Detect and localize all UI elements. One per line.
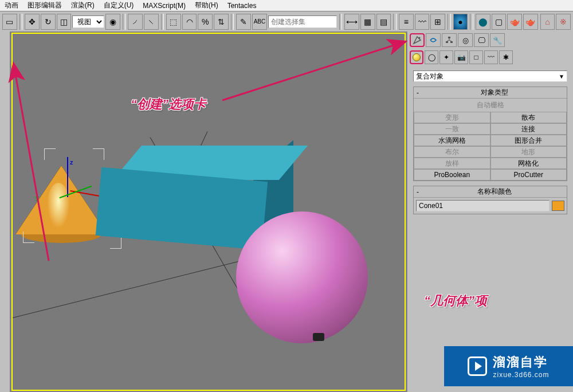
type-connect[interactable]: 连接 <box>490 123 567 135</box>
left-dock-strip <box>0 32 10 392</box>
annotation-geometry-item: “几何体”项 <box>424 292 487 309</box>
collapse-icon-2: - <box>414 188 422 196</box>
menu-bar: 动画 图形编辑器 渲染(R) 自定义(U) MAXScript(M) 帮助(H)… <box>0 0 573 11</box>
watermark-url: zixue.3d66.com <box>493 371 549 379</box>
type-boolean[interactable]: 布尔 <box>414 146 490 158</box>
annotation-create-tab: “创建”选项卡 <box>131 96 206 113</box>
axis-z-label: z <box>70 159 73 166</box>
helpers-category[interactable]: □ <box>469 50 483 64</box>
dropdown-arrow-icon: ▼ <box>559 73 564 80</box>
menu-item-maxscript[interactable]: MAXScript(M) <box>143 2 186 10</box>
render-last-icon[interactable]: 🫖 <box>523 14 538 30</box>
menu-item-tentacles[interactable]: Tentacles <box>227 2 257 10</box>
menu-item-customize[interactable]: 自定义(U) <box>104 1 134 10</box>
command-panel: ◎ 🖵 🔧 ◯ ✦ 📷 □ 〰 ✱ 复合对象 ▼ - 对象类型 自动栅格 <box>407 32 573 392</box>
svg-rect-4 <box>450 41 453 43</box>
rollout-object-type-header[interactable]: - 对象类型 <box>414 87 567 99</box>
named-sel-sets-icon[interactable]: ABC <box>252 14 267 30</box>
scale-icon[interactable]: ◫ <box>57 14 72 30</box>
spinner-snap-icon[interactable]: ⇅ <box>214 14 229 30</box>
type-mesher[interactable]: 网格化 <box>490 158 567 169</box>
tool-b-icon[interactable]: ※ <box>556 14 571 30</box>
viewport-container: x y z “创建”选项卡 <box>10 32 407 392</box>
svg-point-1 <box>419 37 421 39</box>
subcategory-label: 复合对象 <box>416 72 444 81</box>
named-selection-input[interactable] <box>268 15 337 28</box>
type-conform[interactable]: 一致 <box>414 123 490 135</box>
menu-item-render[interactable]: 渲染(R) <box>71 1 95 10</box>
array-icon[interactable]: ▦ <box>360 14 375 30</box>
ref-coord-select[interactable]: 视图 <box>72 15 104 28</box>
rotate-icon[interactable]: ↻ <box>41 14 56 30</box>
display-tab[interactable]: 🖵 <box>474 33 489 47</box>
type-terrain[interactable]: 地形 <box>490 146 567 158</box>
object-color-swatch[interactable] <box>552 201 564 211</box>
lights-category[interactable]: ✦ <box>439 50 453 64</box>
use-pivot-icon[interactable]: ◉ <box>105 14 120 30</box>
type-shapemerge[interactable]: 图形合并 <box>490 135 567 146</box>
menu-item-help[interactable]: 帮助(H) <box>195 1 218 10</box>
motion-tab[interactable]: ◎ <box>458 33 473 47</box>
rollout-title: 对象类型 <box>422 88 567 97</box>
material-editor-icon[interactable]: ● <box>453 14 468 30</box>
shapes-category[interactable]: ◯ <box>425 50 438 64</box>
svg-rect-2 <box>448 37 450 38</box>
type-scatter[interactable]: 散布 <box>490 112 567 123</box>
rollout-title-2: 名称和颜色 <box>422 187 567 197</box>
render-setup-icon[interactable]: ⬤ <box>476 14 490 30</box>
perspective-viewport[interactable]: x y z <box>11 33 406 391</box>
percent-snap-icon[interactable]: % <box>198 14 213 30</box>
subcategory-dropdown[interactable]: 复合对象 ▼ <box>413 70 567 82</box>
layers-icon[interactable]: ≡ <box>399 14 414 30</box>
angle-snap-icon[interactable]: ◠ <box>182 14 197 30</box>
systems-category[interactable]: ✱ <box>499 50 513 64</box>
rollout-object-type: - 对象类型 自动栅格 变形 散布 一致 连接 水滴网格 图形合并 布尔 地形 … <box>413 87 567 181</box>
schematic-view-icon[interactable]: ⊞ <box>430 14 445 30</box>
rollout-name-color-header[interactable]: - 名称和颜色 <box>414 186 567 198</box>
type-blobmesh[interactable]: 水滴网格 <box>414 135 490 146</box>
object-name-input[interactable] <box>416 200 550 211</box>
rollout-name-color: - 名称和颜色 <box>413 186 567 214</box>
watermark-title: 溜溜自学 <box>493 354 548 371</box>
axis-z-gizmo <box>67 157 68 197</box>
create-tab[interactable] <box>410 33 425 47</box>
cameras-category[interactable]: 📷 <box>454 50 468 64</box>
modify-tab[interactable] <box>426 33 441 47</box>
select-link-icon[interactable]: ⟋ <box>128 14 143 30</box>
svg-rect-3 <box>446 41 448 43</box>
type-loft[interactable]: 放样 <box>414 158 490 169</box>
watermark-badge: 溜溜自学 zixue.3d66.com <box>444 346 573 386</box>
autogrid-checkbox[interactable]: 自动栅格 <box>414 99 567 112</box>
mirror-icon[interactable]: ⟷ <box>344 14 359 30</box>
watermark-play-icon <box>468 356 487 376</box>
edit-named-sel-icon[interactable]: ✎ <box>236 14 251 30</box>
unlink-icon[interactable]: ⟍ <box>144 14 159 30</box>
collapse-icon: - <box>414 89 422 97</box>
spacewarps-category[interactable]: 〰 <box>484 50 498 64</box>
render-frame-icon[interactable]: ▢ <box>492 14 507 30</box>
main-toolbar: ▭ ✥ ↻ ◫ 视图 ◉ ⟋ ⟍ ⬚ ◠ % ⇅ ✎ ABC ⟷ ▦ ▤ ≡ 〰… <box>0 11 573 32</box>
sphere-object[interactable] <box>236 211 368 343</box>
hierarchy-tab[interactable] <box>442 33 457 47</box>
selection-region-icon[interactable]: ▭ <box>2 14 17 30</box>
utilities-tab[interactable]: 🔧 <box>490 33 505 47</box>
axis-y-label: y <box>36 194 39 201</box>
align-icon[interactable]: ▤ <box>376 14 391 30</box>
curve-editor-icon[interactable]: 〰 <box>415 14 430 30</box>
command-tabs: ◎ 🖵 🔧 <box>407 32 573 49</box>
viewport-indicator <box>313 333 324 341</box>
menu-item-anim[interactable]: 动画 <box>5 1 18 10</box>
type-proboolean[interactable]: ProBoolean <box>414 169 490 181</box>
tool-a-icon[interactable]: ⌂ <box>540 14 555 30</box>
type-procutter[interactable]: ProCutter <box>490 169 567 181</box>
type-morph[interactable]: 变形 <box>414 112 490 123</box>
snap-toggle-icon[interactable]: ⬚ <box>166 14 181 30</box>
geometry-category[interactable] <box>410 50 423 64</box>
menu-item-grapheditor[interactable]: 图形编辑器 <box>28 1 62 10</box>
move-icon[interactable]: ✥ <box>25 14 40 30</box>
box-object[interactable] <box>99 146 282 243</box>
quick-render-icon[interactable]: 🫖 <box>507 14 522 30</box>
category-row: ◯ ✦ 📷 □ 〰 ✱ <box>407 49 573 66</box>
